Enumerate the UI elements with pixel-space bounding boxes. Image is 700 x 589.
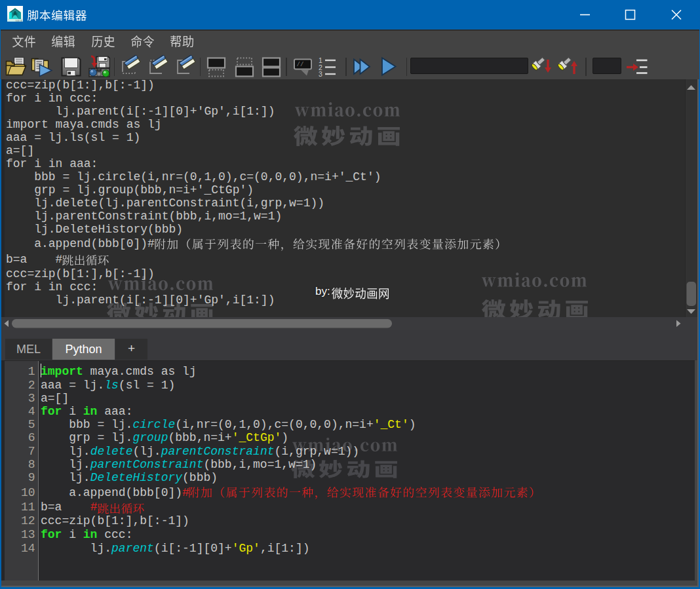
svg-text://: // (297, 62, 304, 68)
svg-text:3: 3 (319, 70, 322, 78)
svg-text:MAYA: MAYA (15, 19, 22, 22)
